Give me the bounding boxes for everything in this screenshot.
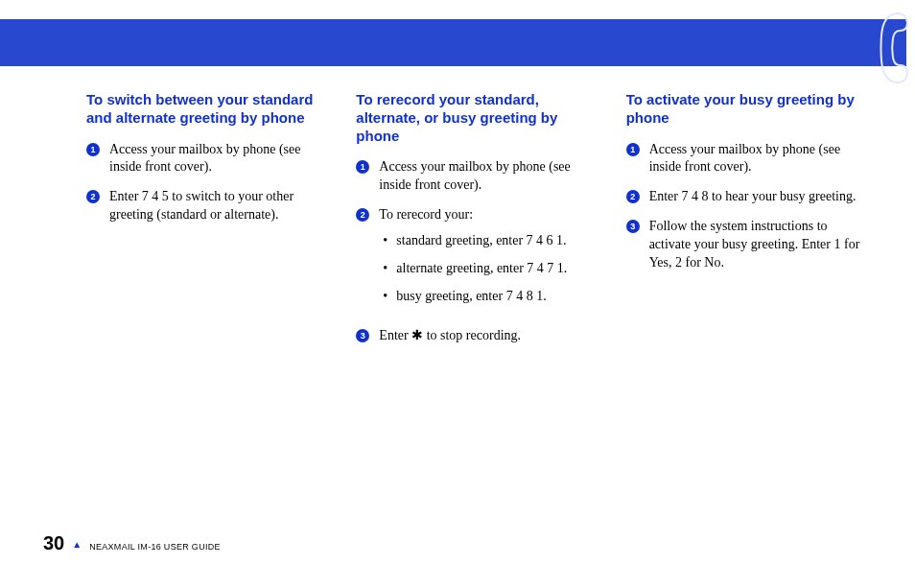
step-number-badge: 3 (626, 220, 640, 233)
bullet-list: standard greeting, enter 7 4 6 1.alterna… (379, 232, 597, 306)
page-footer: 30 ▲ NEAXMAIL IM-16 USER GUIDE (43, 532, 221, 554)
step-number-badge: 2 (356, 208, 369, 222)
step-body: Enter ✱ to stop recording. (379, 327, 597, 345)
section-heading: To activate your busy greeting by phone (626, 91, 867, 128)
step-text: To rerecord your: (379, 206, 597, 224)
numbered-step: 2Enter 7 4 5 to switch to your other gre… (86, 188, 327, 224)
section-heading: To rerecord your standard, alternate, or… (356, 91, 597, 145)
step-body: To rerecord your:standard greeting, ente… (379, 206, 597, 316)
step-number-badge: 1 (86, 143, 100, 156)
bullet-item: alternate greeting, enter 7 4 7 1. (379, 260, 597, 278)
content-columns: To switch between your stan­dard and alt… (86, 91, 867, 356)
column: To activate your busy greeting by phone1… (626, 91, 867, 356)
step-body: Follow the system instructions to activa… (649, 218, 867, 272)
step-number-badge: 2 (626, 190, 640, 203)
step-number-badge: 3 (356, 329, 369, 342)
step-body: Enter 7 4 5 to switch to your other gree… (109, 188, 327, 224)
footer-guide-title: NEAXMAIL IM-16 USER GUIDE (89, 542, 221, 552)
numbered-step: 2To rerecord your:standard greeting, ent… (356, 206, 597, 316)
numbered-step: 1Access your mailbox by phone (see insid… (356, 158, 597, 195)
step-number-badge: 1 (626, 143, 640, 156)
numbered-step: 1Access your mailbox by phone (see insid… (86, 141, 327, 177)
header-bar (0, 19, 906, 66)
page-number: 30 (43, 532, 64, 554)
step-body: Enter 7 4 8 to hear your busy greet­ing. (649, 188, 867, 206)
phone-handset-icon (871, 10, 913, 86)
numbered-step: 3Follow the system instructions to activ… (626, 218, 867, 272)
step-text: Enter 7 4 5 to switch to your other gree… (109, 188, 327, 224)
step-body: Access your mailbox by phone (see inside… (109, 141, 327, 177)
step-body: Access your mailbox by phone (see inside… (649, 141, 867, 177)
column: To rerecord your standard, alternate, or… (356, 91, 597, 356)
step-text: Access your mailbox by phone (see inside… (109, 141, 327, 177)
step-number-badge: 1 (356, 160, 369, 174)
step-text: Follow the system instructions to activa… (649, 218, 867, 272)
column: To switch between your stan­dard and alt… (86, 91, 327, 356)
footer-marker-icon: ▲ (72, 539, 82, 550)
bullet-item: standard greeting, enter 7 4 6 1. (379, 232, 597, 250)
numbered-step: 1Access your mailbox by phone (see insid… (626, 141, 867, 177)
step-text: Access your mailbox by phone (see inside… (379, 158, 597, 195)
step-number-badge: 2 (86, 190, 100, 203)
bullet-item: busy greeting, enter 7 4 8 1. (379, 288, 597, 306)
numbered-step: 2Enter 7 4 8 to hear your busy greet­ing… (626, 188, 867, 206)
step-text: Enter 7 4 8 to hear your busy greet­ing. (649, 188, 867, 206)
numbered-step: 3Enter ✱ to stop recording. (356, 327, 597, 345)
step-text: Access your mailbox by phone (see inside… (649, 141, 867, 177)
step-body: Access your mailbox by phone (see inside… (379, 158, 597, 195)
step-text: Enter ✱ to stop recording. (379, 327, 597, 345)
section-heading: To switch between your stan­dard and alt… (86, 91, 327, 128)
